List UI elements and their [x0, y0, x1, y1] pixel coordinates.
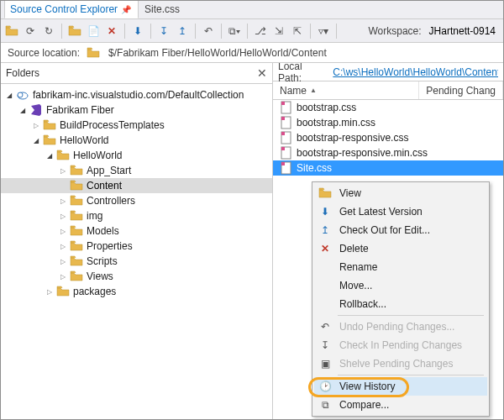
sync-icon[interactable]: ⟳ — [23, 24, 38, 39]
undo-icon[interactable]: ↶ — [201, 24, 216, 39]
folder-icon — [43, 119, 56, 131]
tree-controllers[interactable]: Controllers — [1, 193, 272, 208]
sort-asc-icon: ▲ — [310, 87, 317, 94]
folder-icon — [318, 186, 333, 200]
separator — [336, 24, 337, 39]
folder-icon — [56, 150, 70, 161]
ctx-move[interactable]: Move... — [314, 276, 487, 295]
file-row[interactable]: bootstrap-responsive.css — [273, 130, 503, 145]
toolbar: ⟳ ↻ 📄 ✕ ⬇ ↧ ↥ ↶ ⧉▾ ⎇ ⇲ ⇱ ▿▾ Workspace: J… — [1, 19, 503, 43]
tree-helloworld-inner[interactable]: HelloWorld — [1, 148, 272, 163]
source-location-path[interactable]: $/Fabrikam Fiber/HelloWorld/HelloWorld/C… — [108, 47, 327, 59]
css-file-icon — [280, 162, 293, 174]
separator — [150, 24, 151, 39]
tree-project[interactable]: Fabrikam Fiber — [1, 102, 272, 118]
file-row[interactable]: bootstrap.min.css — [273, 115, 503, 130]
folders-header: Folders ✕ — [1, 63, 272, 84]
compare-icon: ⧉ — [318, 398, 333, 412]
tree-scripts[interactable]: Scripts — [1, 254, 272, 269]
workspace-label: Workspace: — [368, 25, 421, 37]
label-icon[interactable]: ⇱ — [290, 24, 305, 39]
ctx-rollback[interactable]: Rollback... — [314, 295, 487, 313]
separator — [247, 24, 248, 39]
separator — [195, 24, 196, 39]
folder-icon — [87, 47, 100, 59]
merge-icon[interactable]: ⇲ — [271, 24, 286, 39]
separator — [61, 24, 62, 39]
undo-icon: ↶ — [318, 320, 333, 333]
tree-views[interactable]: Views — [1, 269, 272, 284]
ctx-compare[interactable]: ⧉Compare... — [314, 396, 487, 414]
blank-icon — [318, 260, 333, 274]
checkin-icon[interactable]: ↧ — [156, 24, 171, 39]
filter-icon[interactable]: ▿▾ — [316, 24, 331, 39]
ctx-view[interactable]: View — [314, 184, 487, 202]
css-file-icon — [280, 132, 293, 144]
branch-icon[interactable]: ⎇ — [253, 24, 268, 39]
file-row[interactable]: bootstrap.css — [273, 100, 503, 115]
close-icon[interactable]: ✕ — [257, 66, 267, 80]
add-file-icon[interactable]: 📄 — [86, 24, 101, 39]
tree-appstart[interactable]: App_Start — [1, 163, 272, 178]
blank-icon — [318, 279, 333, 292]
ctx-shelve: ▣Shelve Pending Changes — [314, 354, 487, 373]
refresh-icon[interactable]: ↻ — [41, 24, 56, 39]
column-name[interactable]: Name▲ — [273, 81, 419, 99]
file-columns: Name▲ Pending Chang — [273, 81, 503, 100]
tab-site-css[interactable]: Site.css — [139, 0, 187, 18]
css-file-icon — [280, 117, 293, 129]
get-latest-icon[interactable]: ⬇ — [130, 24, 145, 39]
checkout-icon[interactable]: ↥ — [175, 24, 190, 39]
local-path-link[interactable]: C:\ws\HelloWorld\HelloWorld\Content — [333, 66, 498, 78]
tree-content[interactable]: Content — [1, 178, 272, 193]
workspace-dropdown[interactable]: JHartnett-0914 — [425, 23, 500, 39]
folder-icon — [70, 195, 83, 207]
add-folder-icon[interactable] — [67, 24, 82, 39]
ctx-undo: ↶Undo Pending Changes... — [314, 318, 487, 336]
separator — [221, 24, 222, 39]
pin-icon[interactable]: 📌 — [121, 5, 131, 14]
folder-icon — [70, 210, 83, 222]
tab-label: Source Control Explorer — [10, 3, 118, 15]
folder-icon — [70, 255, 83, 267]
ctx-delete[interactable]: ✕Delete — [314, 239, 487, 258]
folder-tree: fabrikam-inc.visualstudio.com/DefaultCol… — [1, 84, 272, 420]
folder-icon — [70, 180, 83, 192]
tab-source-control-explorer[interactable]: Source Control Explorer 📌 — [4, 0, 139, 18]
file-row-selected[interactable]: Site.css — [273, 160, 503, 176]
file-row[interactable]: bootstrap-responsive.min.css — [273, 145, 503, 160]
context-menu: View ⬇Get Latest Version ↥Check Out for … — [312, 181, 490, 417]
folder-icon — [70, 225, 83, 237]
folder-icon — [70, 165, 83, 176]
delete-icon: ✕ — [318, 242, 333, 255]
source-location-label: Source location: — [8, 47, 80, 59]
download-icon: ⬇ — [318, 205, 333, 218]
nav-folder-icon[interactable] — [4, 24, 19, 39]
ctx-checkin: ↧Check In Pending Changes — [314, 336, 487, 354]
folder-icon — [43, 134, 56, 146]
css-file-icon — [280, 147, 293, 159]
tree-properties[interactable]: Properties — [1, 239, 272, 254]
tree-helloworld[interactable]: HelloWorld — [1, 133, 272, 148]
separator — [338, 315, 484, 316]
delete-icon[interactable]: ✕ — [104, 24, 119, 39]
ctx-checkout[interactable]: ↥Check Out for Edit... — [314, 221, 487, 239]
vs-icon — [29, 104, 43, 116]
compare-icon[interactable]: ⧉▾ — [227, 24, 242, 39]
folder-icon — [70, 270, 83, 282]
folders-pane: Folders ✕ fabrikam-inc.visualstudio.com/… — [1, 63, 273, 420]
folder-icon — [70, 240, 83, 252]
ctx-rename[interactable]: Rename — [314, 258, 487, 276]
tree-packages[interactable]: packages — [1, 284, 272, 299]
column-pending[interactable]: Pending Chang — [419, 81, 503, 99]
folders-title: Folders — [6, 67, 39, 79]
tree-img[interactable]: img — [1, 208, 272, 223]
tree-models[interactable]: Models — [1, 223, 272, 239]
ctx-view-history[interactable]: 🕑View History — [314, 377, 487, 396]
css-file-icon — [280, 102, 293, 113]
tree-bpt[interactable]: BuildProcessTemplates — [1, 118, 272, 133]
source-location-bar: Source location: $/Fabrikam Fiber/HelloW… — [1, 43, 503, 63]
checkin-icon: ↧ — [318, 339, 333, 352]
ctx-get-latest[interactable]: ⬇Get Latest Version — [314, 202, 487, 221]
tree-root[interactable]: fabrikam-inc.visualstudio.com/DefaultCol… — [1, 87, 272, 102]
